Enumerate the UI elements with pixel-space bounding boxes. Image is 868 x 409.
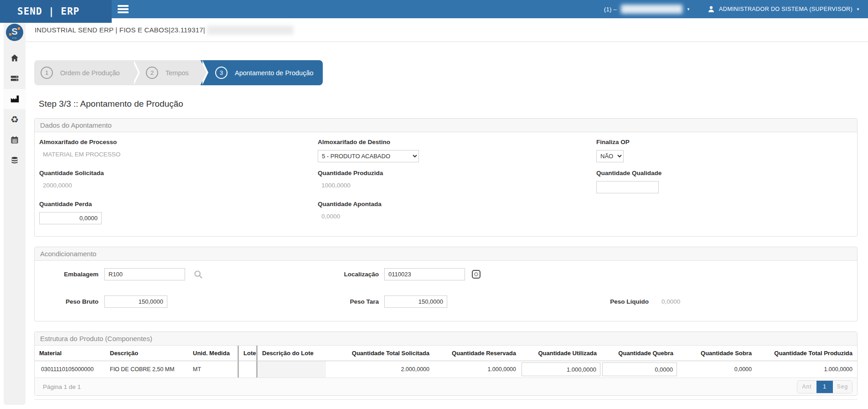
cell-lote [238,361,258,378]
step-label: Apontamento de Produção [235,69,314,77]
app-logo[interactable]: S erp [6,24,23,41]
logo-letter: S [11,27,17,36]
col-material: Material [35,346,105,361]
wizard-step-2[interactable]: 2 Tempos [132,60,201,85]
cell-qtd-total-produzida: 1.000,0000 [756,361,857,378]
col-descricao: Descrição [105,346,188,361]
footer-divider [34,399,858,400]
sidebar-item-modules[interactable] [4,68,26,88]
quantidade-perda-input[interactable] [39,212,102,224]
user-menu[interactable]: ADMINISTRADOR DO SISTEMA (SUPERVISOR) ▼ [707,5,860,13]
user-icon [707,5,715,13]
chevron-down-icon: ▼ [856,7,860,11]
table-header-row: Material Descrição Unid. Medida Lote Des… [35,346,857,361]
search-icon [193,269,203,279]
pagination-info: Página 1 de 1 [39,383,81,390]
pagination-bar: Página 1 de 1 Ant 1 Seg [35,378,857,395]
cell-descricao: FIO DE COBRE 2,50 MM [105,361,188,378]
menu-hamburger-icon[interactable] [118,5,129,14]
col-qtd-sobra: Quantidade Sobra [678,346,756,361]
sidebar: S erp ♻ [4,21,26,405]
step-number: 1 [41,67,53,79]
col-qtd-reservada: Quantidade Reservada [434,346,521,361]
peso-tara-input[interactable] [384,295,447,308]
magnifier-icon [474,272,478,276]
breadcrumb-redacted [207,26,294,35]
localizacao-lookup-button[interactable] [472,270,480,279]
cell-qtd-sobra: 0,0000 [678,361,756,378]
col-qtd-total-solicitada: Quantidade Total Solicitada [326,346,434,361]
cell-unid-medida: MT [188,361,238,378]
chevron-down-icon[interactable]: ▼ [687,7,690,11]
qtd-quebra-input[interactable] [602,362,677,376]
step-wizard: 1 Ordem de Produção 2 Tempos 3 Apontamen… [34,60,858,85]
embalagem-search-button[interactable] [193,267,203,281]
sidebar-item-database[interactable] [4,150,26,171]
panel-estrutura-title: Estrutura do Produto (Componentes) [35,332,857,346]
wizard-step-3-active[interactable]: 3 Apontamento de Produção [201,60,323,85]
label-quantidade-solicitada: Quantidade Solicitada [39,170,318,176]
value-quantidade-solicitada: 2000,0000 [39,182,72,189]
breadcrumb-bar: INDUSTRIAL SEND ERP | FIOS E CABOS|23.11… [26,18,868,42]
col-lote: Lote [238,346,258,361]
app-brand: SEND | ERP [0,0,112,23]
qtd-utilizada-input[interactable] [522,362,600,376]
col-qtd-utilizada: Quantidade Utilizada [521,346,601,361]
label-almoxarifado-processo: Almoxarifado de Processo [39,139,318,145]
peso-bruto-input[interactable] [104,295,167,308]
company-number: (1) – [604,6,617,13]
logo-accent [9,33,11,36]
cell-descricao-lote [258,361,326,378]
col-qtd-total-produzida: Quantidade Total Produzida [756,346,857,361]
sidebar-item-production[interactable] [4,88,26,109]
col-descricao-lote: Descrição do Lote [258,346,326,361]
label-localizacao: Localização [336,267,379,281]
pagination-page-1-button[interactable]: 1 [816,381,833,393]
col-unid-medida: Unid. Medida [188,346,238,361]
panel-dados-title: Dados do Apontamento [35,119,857,132]
breadcrumb: INDUSTRIAL SEND ERP | FIOS E CABOS|23.11… [35,26,205,34]
wizard-step-1[interactable]: 1 Ordem de Produção [34,60,132,85]
value-quantidade-apontada: 0,0000 [318,213,340,220]
quantidade-qualidade-input[interactable] [596,181,659,193]
step-number: 3 [215,67,227,79]
database-icon [10,156,19,165]
modules-icon [10,74,19,83]
calendar-icon [10,135,19,145]
cell-material: 03011110105000000 [35,361,105,378]
finaliza-op-select[interactable]: NÃO [596,150,624,162]
localizacao-input[interactable] [384,268,465,280]
company-name-redacted [621,5,682,14]
sidebar-item-recycle[interactable]: ♻ [4,109,26,129]
panel-dados-apontamento: Dados do Apontamento Almoxarifado de Pro… [34,118,858,237]
label-quantidade-qualidade: Quantidade Qualidade [596,170,852,176]
value-quantidade-produzida: 1000,0000 [318,182,351,189]
cell-qtd-reservada: 1.000,0000 [434,361,521,378]
sidebar-item-calendar[interactable] [4,129,26,150]
sidebar-item-home[interactable] [4,47,26,68]
label-almoxarifado-destino: Almoxarifado de Destino [318,139,596,145]
logo-accent [18,27,20,30]
label-finaliza-op: Finaliza OP [596,139,852,145]
almoxarifado-destino-select[interactable]: 5 - PRODUTO ACABADO [318,150,419,162]
pagination-prev-button[interactable]: Ant [797,381,816,393]
recycle-icon: ♻ [10,115,19,124]
value-almoxarifado-processo: MATERIAL EM PROCESSO [39,151,120,158]
panel-estrutura-produto: Estrutura do Produto (Componentes) Mater… [34,331,858,396]
main-content: 1 Ordem de Produção 2 Tempos 3 Apontamen… [34,51,858,409]
label-peso-tara: Peso Tara [336,295,379,308]
label-embalagem: Embalagem [39,267,98,281]
production-icon [10,94,20,104]
embalagem-input[interactable] [104,268,185,280]
table-row: 03011110105000000 FIO DE COBRE 2,50 MM M… [35,361,857,378]
label-quantidade-perda: Quantidade Perda [39,201,318,207]
label-quantidade-produzida: Quantidade Produzida [318,170,596,176]
pagination-next-button[interactable]: Seg [833,381,852,393]
user-name: ADMINISTRADOR DO SISTEMA (SUPERVISOR) [719,6,852,12]
label-quantidade-apontada: Quantidade Apontada [318,201,596,207]
value-peso-liquido: 0,0000 [661,295,680,308]
label-peso-bruto: Peso Bruto [39,295,98,308]
home-icon [10,53,19,62]
panel-acondicionamento: Acondicionamento Embalagem Localização [34,247,858,321]
cell-qtd-total-solicitada: 2.000,0000 [326,361,434,378]
